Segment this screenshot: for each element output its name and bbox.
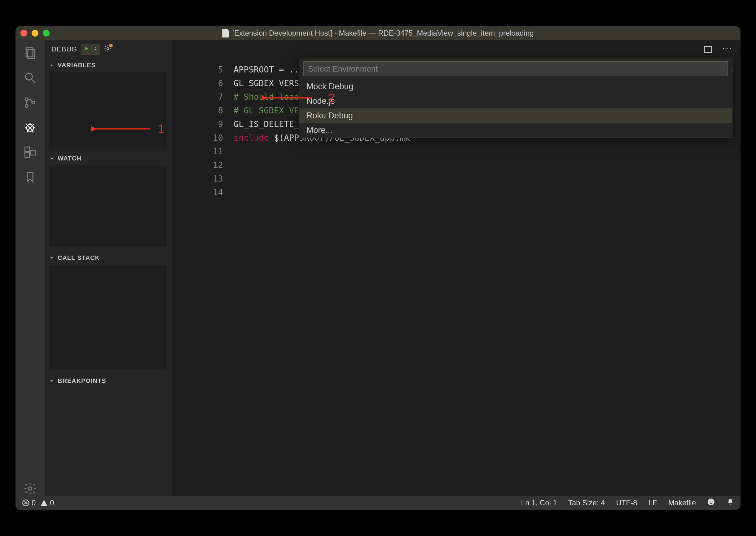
start-debug-icon[interactable] <box>81 46 92 53</box>
callstack-label: CALL STACK <box>58 254 100 261</box>
environment-search-input[interactable]: Select Environment <box>303 61 728 76</box>
line-number: 9 <box>172 117 223 131</box>
line-number: 8 <box>172 104 223 117</box>
notifications-bell-icon[interactable] <box>726 498 734 508</box>
line-number: 14 <box>172 185 223 199</box>
variables-body <box>49 72 167 148</box>
explorer-tab[interactable] <box>23 46 38 60</box>
debug-tab[interactable] <box>23 120 38 135</box>
line-number: 12 <box>172 158 223 172</box>
line-number: 5 <box>172 63 223 77</box>
variables-label: VARIABLES <box>58 62 96 69</box>
traffic-lights <box>20 30 49 37</box>
svg-point-2 <box>25 73 32 80</box>
app-window: [Extension Development Host] - Makefile … <box>16 26 740 510</box>
svg-rect-8 <box>25 147 30 152</box>
window-title: [Extension Development Host] - Makefile … <box>16 29 740 38</box>
watch-label: WATCH <box>58 155 82 162</box>
environment-option[interactable]: Node.js <box>299 94 732 109</box>
callstack-section-header[interactable]: CALL STACK <box>45 251 172 265</box>
errors-button[interactable]: 0 <box>22 498 36 507</box>
svg-line-3 <box>32 80 35 83</box>
line-number: 13 <box>172 172 223 185</box>
line-number: 11 <box>172 145 223 158</box>
svg-point-11 <box>28 487 32 490</box>
close-window-button[interactable] <box>20 30 27 37</box>
environment-option[interactable]: More... <box>299 123 732 138</box>
line-gutter: 567891011121314 <box>172 63 234 496</box>
configure-gear-button[interactable] <box>104 45 112 54</box>
attention-badge-icon <box>109 44 113 48</box>
editor-main: ··· 567891011121314 APPSROOT = ../../../… <box>172 40 740 496</box>
settings-gear-button[interactable] <box>23 481 38 496</box>
config-updown-icon[interactable] <box>92 46 100 53</box>
breakpoints-label: BREAKPOINTS <box>58 377 106 385</box>
chevron-down-icon <box>49 378 54 384</box>
file-icon <box>222 29 229 38</box>
watch-section-header[interactable]: WATCH <box>45 152 172 165</box>
window-title-text: [Extension Development Host] - Makefile … <box>232 29 534 38</box>
svg-rect-9 <box>25 153 30 157</box>
errors-count: 0 <box>32 498 36 507</box>
minimize-window-button[interactable] <box>32 30 38 37</box>
source-control-tab[interactable] <box>23 95 38 110</box>
search-tab[interactable] <box>23 70 38 85</box>
environment-option[interactable]: Mock Debug <box>299 79 732 94</box>
warnings-count: 0 <box>50 498 54 507</box>
language-mode[interactable]: Makefile <box>668 498 696 507</box>
line-number: 6 <box>172 77 223 90</box>
zoom-window-button[interactable] <box>43 30 49 37</box>
status-bar: 0 0 Ln 1, Col 1 Tab Size: 4 UTF-8 LF Mak… <box>16 496 740 510</box>
feedback-smiley-icon[interactable] <box>707 498 715 508</box>
svg-point-20 <box>712 501 713 502</box>
extensions-tab[interactable] <box>23 145 38 159</box>
chevron-down-icon <box>49 255 54 261</box>
svg-point-12 <box>107 48 109 50</box>
svg-point-5 <box>25 104 28 107</box>
callstack-body <box>49 265 167 370</box>
debug-toolbar: DEBUG <box>45 40 172 58</box>
breakpoints-section-header[interactable]: BREAKPOINTS <box>45 374 172 387</box>
environment-option[interactable]: Roku Debug <box>299 109 732 123</box>
debug-sidebar: DEBUG VARIABLES <box>45 40 172 496</box>
variables-section-header[interactable]: VARIABLES <box>45 58 172 72</box>
tab-size[interactable]: Tab Size: 4 <box>568 498 605 507</box>
watch-body <box>49 165 167 247</box>
line-number: 7 <box>172 90 223 104</box>
svg-point-4 <box>25 98 28 100</box>
debug-label: DEBUG <box>51 45 77 53</box>
eol[interactable]: LF <box>648 498 657 507</box>
encoding[interactable]: UTF-8 <box>616 498 637 507</box>
titlebar[interactable]: [Extension Development Host] - Makefile … <box>16 26 740 40</box>
main-body: DEBUG VARIABLES <box>16 40 740 496</box>
svg-point-19 <box>709 501 710 502</box>
svg-rect-10 <box>31 151 35 155</box>
debug-config-picker[interactable] <box>81 44 100 55</box>
activity-bar <box>16 40 45 496</box>
environment-picker-dropdown: Select Environment Mock DebugNode.jsRoku… <box>299 58 733 138</box>
svg-point-18 <box>708 498 714 505</box>
cursor-position[interactable]: Ln 1, Col 1 <box>521 498 557 507</box>
search-placeholder: Select Environment <box>308 64 378 74</box>
svg-point-6 <box>32 101 35 104</box>
warnings-button[interactable]: 0 <box>40 498 54 507</box>
bookmarks-tab[interactable] <box>23 169 38 184</box>
chevron-down-icon <box>49 63 54 68</box>
line-number: 10 <box>172 131 223 145</box>
chevron-down-icon <box>49 156 54 161</box>
